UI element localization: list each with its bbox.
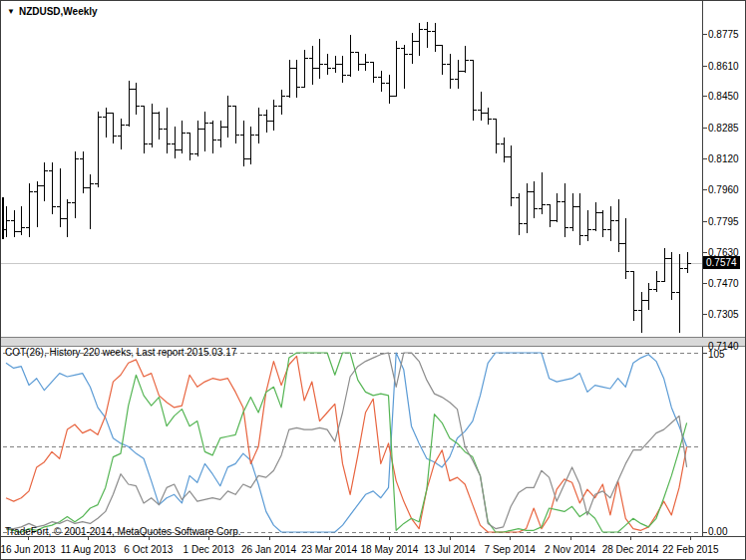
date-axis-label: 26 Jan 2014 — [241, 544, 296, 555]
date-axis-label: 18 May 2014 — [360, 544, 418, 555]
date-axis-label: 11 Aug 2013 — [61, 544, 116, 555]
date-axis-label: 7 Sep 2014 — [485, 544, 536, 555]
symbol-label: ▼NZDUSD,Weekly — [7, 6, 98, 18]
indicator-title: COT(26), History 220 weeks, Last report … — [5, 347, 236, 358]
price-axis-label: 0.8285 — [708, 123, 746, 134]
date-axis-label: 23 Mar 2014 — [301, 544, 357, 555]
price-axis-label: 0.7470 — [708, 278, 746, 289]
symbol-name: NZDUSD,Weekly — [19, 6, 98, 17]
price-axis-label: 0.7960 — [708, 184, 746, 195]
date-axis-label: 6 Oct 2013 — [124, 544, 173, 555]
chart-window: ▼NZDUSD,Weekly COT(26), History 220 week… — [0, 0, 746, 560]
pane-separator[interactable] — [1, 337, 746, 347]
price-axis-label: 0.8120 — [708, 153, 746, 164]
date-axis-label: 16 Jun 2013 — [0, 544, 55, 555]
indicator-scale-min: 0.00 — [708, 526, 727, 537]
date-axis-label: 13 Jul 2014 — [424, 544, 476, 555]
symbol-dropdown-icon[interactable]: ▼ — [7, 7, 15, 16]
price-axis-label: 0.7305 — [708, 309, 746, 320]
date-axis-label: 22 Feb 2015 — [662, 544, 718, 555]
price-axis-label: 0.8775 — [708, 29, 746, 40]
price-axis-label: 0.8450 — [708, 91, 746, 102]
date-axis-label: 1 Dec 2013 — [184, 544, 234, 555]
date-axis-label: 2 Nov 2014 — [545, 544, 595, 555]
price-axis-label: 0.8610 — [708, 61, 746, 72]
price-axis-label: 0.7795 — [708, 216, 746, 227]
chart-canvas[interactable] — [1, 1, 746, 560]
date-axis-label: 28 Dec 2014 — [602, 544, 659, 555]
copyright-label: TradeFort, © 2001-2014, MetaQuotes Softw… — [5, 526, 241, 537]
indicator-scale-max: 105 — [708, 349, 725, 360]
current-price-badge: 0.7574 — [703, 256, 740, 269]
